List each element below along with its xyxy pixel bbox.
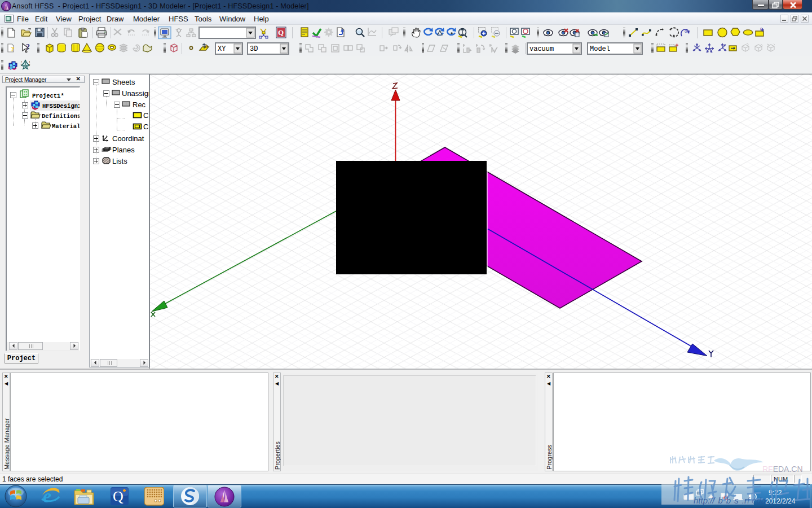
svg-text:?: ? bbox=[11, 45, 15, 53]
svg-text:0: 0 bbox=[760, 27, 762, 31]
svg-text:Q: Q bbox=[278, 28, 284, 37]
svg-text:?: ? bbox=[26, 43, 30, 51]
svg-text:Model: Model bbox=[590, 45, 610, 53]
svg-text:vacuum: vacuum bbox=[529, 45, 554, 53]
svg-text:3D: 3D bbox=[250, 45, 258, 53]
svg-text:XY: XY bbox=[218, 45, 226, 53]
svg-text:Q: Q bbox=[113, 488, 123, 505]
svg-text:0: 0 bbox=[685, 29, 687, 34]
